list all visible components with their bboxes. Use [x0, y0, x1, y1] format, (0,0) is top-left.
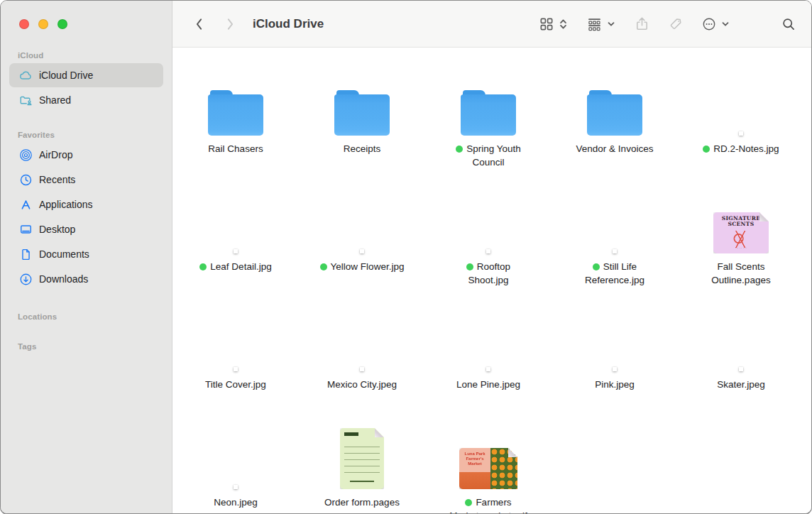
search-icon — [781, 17, 796, 31]
file-thumbnail — [739, 302, 743, 371]
tag-icon — [669, 17, 683, 31]
sidebar-item-recents[interactable]: Recents — [9, 168, 163, 192]
clock-icon — [18, 173, 33, 187]
sidebar-item-label: AirDrop — [39, 149, 72, 160]
sidebar-section-header: iCloud — [18, 51, 172, 60]
finder-window: iCloudiCloud DriveSharedFavoritesAirDrop… — [0, 0, 812, 514]
blue-folder-icon — [334, 90, 390, 136]
view-options-button[interactable] — [539, 17, 568, 31]
sync-status-dot — [199, 263, 207, 270]
sidebar-item-documents[interactable]: Documents — [9, 242, 163, 266]
file-thumbnail — [360, 184, 364, 253]
zoom-button[interactable] — [57, 19, 67, 29]
file-thumbnail — [486, 184, 490, 253]
sidebar-item-shared[interactable]: Shared — [9, 88, 163, 112]
sidebar-item-downloads[interactable]: Downloads — [9, 267, 163, 291]
desktop-icon — [18, 222, 33, 236]
sync-status-dot — [456, 146, 463, 153]
photo-frame — [613, 367, 617, 371]
file-label: Title Cover.jpg — [205, 378, 266, 391]
sync-status-dot — [703, 146, 710, 153]
share-button[interactable] — [635, 16, 649, 31]
search-button[interactable] — [781, 17, 796, 31]
file-item-farmers-market-acket-pdf[interactable]: Luna Park Farmer's MarketFarmers Market…… — [425, 420, 552, 514]
file-label: Skater.jpeg — [717, 378, 765, 391]
sidebar-item-label: iCloud Drive — [39, 70, 93, 81]
group-icon — [587, 17, 602, 31]
file-label: Receipts — [344, 142, 381, 155]
file-item-skater-jpeg[interactable]: Skater.jpeg — [678, 302, 804, 420]
document-icon — [18, 247, 33, 261]
file-label: Leaf Detail.jpg — [199, 260, 271, 273]
file-item-order-form-pages[interactable]: Order form.pages — [299, 420, 425, 514]
forward-button[interactable] — [221, 13, 239, 35]
pdf-document-thumbnail: Luna Park Farmer's Market — [459, 448, 517, 489]
sidebar-item-label: Documents — [39, 248, 89, 260]
file-item-spring-youth-council[interactable]: Spring Youth Council — [425, 66, 552, 184]
file-label: Vendor & Invoices — [576, 142, 654, 155]
file-thumbnail — [486, 302, 490, 371]
more-actions-button[interactable] — [702, 17, 730, 31]
photo-frame — [486, 367, 490, 371]
file-item-title-cover-jpg[interactable]: Title Cover.jpg — [172, 302, 299, 420]
sidebar-item-label: Desktop — [39, 224, 75, 235]
file-item-rail-chasers[interactable]: Rail Chasers — [172, 66, 299, 184]
file-item-mexico-city-jpeg[interactable]: Mexico City.jpeg — [299, 302, 425, 420]
file-item-rd-2-notes-jpg[interactable]: RD.2-Notes.jpg — [678, 66, 804, 184]
minimize-button[interactable] — [38, 19, 48, 29]
blue-folder-icon — [587, 90, 642, 136]
up-down-chevrons-icon — [559, 17, 568, 31]
sync-status-dot — [465, 499, 472, 506]
sidebar-item-label: Applications — [39, 199, 93, 210]
file-label: Rooftop Shoot.jpg — [446, 260, 531, 287]
share-icon — [635, 16, 649, 31]
sidebar-item-applications[interactable]: Applications — [9, 192, 163, 217]
file-label: RD.2-Notes.jpg — [703, 142, 779, 155]
file-item-fall-scents-outline-pages[interactable]: SIGNATURE SCENTS··· ·· ···Fall Scents Ou… — [678, 184, 804, 302]
folder-icon — [461, 66, 516, 136]
file-item-lone-pine-jpeg[interactable]: Lone Pine.jpeg — [425, 302, 552, 420]
sidebar-item-icloud-drive[interactable]: iCloud Drive — [9, 63, 163, 87]
folder-icon — [334, 66, 390, 136]
applications-icon — [18, 197, 33, 212]
chevron-down-icon — [721, 20, 730, 28]
sidebar-section-header: Tags — [18, 342, 172, 351]
file-item-leaf-detail-jpg[interactable]: Leaf Detail.jpg — [172, 184, 299, 302]
file-thumbnail — [739, 66, 743, 136]
file-item-pink-jpeg[interactable]: Pink.jpeg — [552, 302, 678, 420]
file-item-neon-jpeg[interactable]: Neon.jpeg — [172, 420, 299, 514]
group-by-button[interactable] — [587, 17, 615, 31]
window-title: iCloud Drive — [253, 17, 324, 31]
blue-folder-icon — [461, 90, 516, 136]
sidebar-section-header: Favorites — [18, 131, 172, 139]
sidebar-item-desktop[interactable]: Desktop — [9, 217, 163, 241]
file-item-receipts[interactable]: Receipts — [299, 66, 425, 184]
sidebar: iCloudiCloud DriveSharedFavoritesAirDrop… — [1, 1, 172, 513]
back-button[interactable] — [190, 13, 208, 35]
file-item-vendor-invoices[interactable]: Vendor & Invoices — [552, 66, 678, 184]
file-item-still-life-reference-jpg[interactable]: Still Life Reference.jpg — [552, 184, 678, 302]
file-thumbnail — [613, 302, 617, 371]
pages-document-thumbnail: SIGNATURE SCENTS··· ·· ··· — [713, 212, 769, 253]
sidebar-item-airdrop[interactable]: AirDrop — [9, 143, 163, 167]
sidebar-item-label: Downloads — [39, 273, 88, 285]
photo-frame — [613, 249, 617, 253]
blue-folder-icon — [208, 90, 263, 136]
thumbnail-fineprint: ··· ·· ··· — [713, 247, 769, 250]
sync-status-dot — [593, 263, 600, 270]
file-thumbnail — [340, 420, 384, 489]
tags-button[interactable] — [669, 17, 683, 31]
more-icon — [702, 17, 716, 31]
photo-frame — [360, 249, 364, 253]
file-item-yellow-flower-jpg[interactable]: Yellow Flower.jpg — [299, 184, 425, 302]
file-label: Pink.jpeg — [595, 378, 635, 391]
photo-frame — [486, 249, 490, 253]
sync-status-dot — [320, 263, 327, 270]
file-label: Mexico City.jpeg — [327, 378, 397, 391]
close-button[interactable] — [19, 19, 29, 29]
file-item-rooftop-shoot-jpg[interactable]: Rooftop Shoot.jpg — [425, 184, 552, 302]
file-thumbnail — [360, 302, 364, 371]
file-label: Lone Pine.jpeg — [456, 378, 520, 391]
file-thumbnail: Luna Park Farmer's Market — [459, 420, 517, 489]
oranges-photo — [490, 448, 517, 489]
